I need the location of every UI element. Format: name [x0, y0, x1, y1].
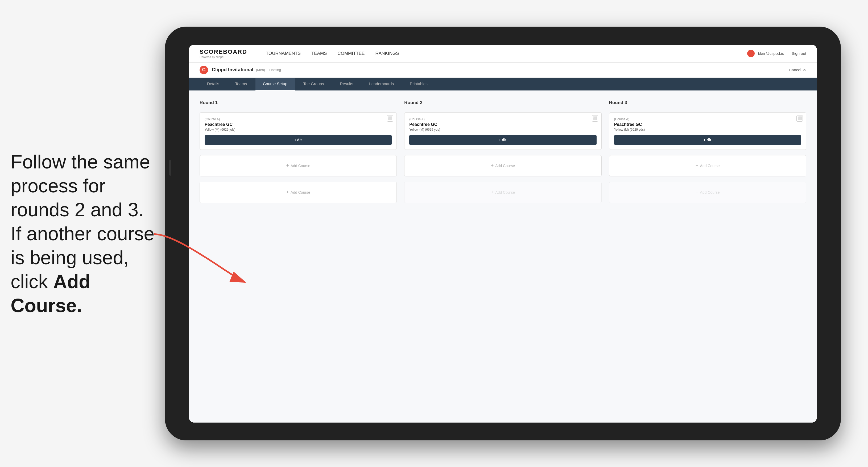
nav-teams[interactable]: TEAMS — [311, 51, 327, 56]
round-2-column: Round 2 ⬜ (Course A) Peachtree GC Yellow… — [404, 100, 601, 203]
instruction-line1: Follow the same — [11, 151, 150, 173]
round-2-add-course-label-1: Add Course — [495, 164, 515, 168]
round-1-add-course-label-2: Add Course — [290, 190, 310, 194]
rounds-grid: Round 1 ⬜ (Course A) Peachtree GC Yellow… — [199, 100, 806, 203]
close-icon: ✕ — [803, 68, 806, 72]
tab-course-setup[interactable]: Course Setup — [255, 78, 295, 91]
user-avatar — [747, 50, 755, 57]
cancel-button[interactable]: Cancel ✕ — [789, 68, 806, 72]
round-1-delete-icon[interactable]: ⬜ — [387, 115, 393, 122]
round-3-column: Round 3 ⬜ (Course A) Peachtree GC Yellow… — [609, 100, 806, 203]
round-2-edit-button[interactable]: Edit — [409, 135, 596, 145]
tab-bar: Details Teams Course Setup Tee Groups Re… — [189, 78, 817, 91]
round-2-delete-icon[interactable]: ⬜ — [592, 115, 598, 122]
main-content: Round 1 ⬜ (Course A) Peachtree GC Yellow… — [189, 91, 817, 423]
round-2-course-name: Peachtree GC — [409, 122, 596, 127]
sub-header: C Clippd Invitational (Men) Hosting Canc… — [189, 63, 817, 78]
round-2-course-label: (Course A) — [409, 117, 596, 121]
plus-icon-3: + — [491, 163, 494, 168]
plus-icon-2: + — [286, 189, 289, 195]
round-3-course-label: (Course A) — [614, 117, 801, 121]
tournament-icon: C — [199, 66, 208, 74]
instruction-line4: If another course — [11, 223, 154, 244]
instruction-line3: rounds 2 and 3. — [11, 199, 144, 220]
tournament-gender: (Men) — [256, 68, 265, 72]
round-3-course-name: Peachtree GC — [614, 122, 801, 127]
top-nav: SCOREBOARD Powered by clippd TOURNAMENTS… — [189, 45, 817, 63]
tournament-status: Hosting — [269, 68, 281, 72]
round-3-title: Round 3 — [609, 100, 806, 105]
round-3-add-course-label-2: Add Course — [700, 190, 720, 194]
logo-area: SCOREBOARD Powered by clippd — [199, 49, 247, 59]
tab-leaderboards[interactable]: Leaderboards — [362, 78, 401, 91]
instruction-text: Follow the same process for rounds 2 and… — [11, 150, 160, 317]
nav-links: TOURNAMENTS TEAMS COMMITTEE RANKINGS — [266, 51, 399, 56]
nav-right: blair@clippd.io | Sign out — [747, 50, 806, 57]
round-1-course-details: Yellow (M) (6629 yds) — [205, 128, 392, 131]
round-3-add-course-label-1: Add Course — [700, 164, 720, 168]
round-2-course-details: Yellow (M) (6629 yds) — [409, 128, 596, 131]
round-1-title: Round 1 — [199, 100, 397, 105]
round-1-add-course-2[interactable]: + Add Course — [199, 182, 397, 203]
page-wrapper: Follow the same process for rounds 2 and… — [0, 0, 868, 467]
round-1-course-name: Peachtree GC — [205, 122, 392, 127]
separator: | — [787, 51, 788, 56]
round-2-add-course-1[interactable]: + Add Course — [404, 155, 601, 177]
round-1-course-card: ⬜ (Course A) Peachtree GC Yellow (M) (66… — [199, 112, 397, 150]
plus-icon: + — [286, 163, 289, 168]
round-2-add-course-label-2: Add Course — [495, 190, 515, 194]
round-1-edit-button[interactable]: Edit — [205, 135, 392, 145]
nav-tournaments[interactable]: TOURNAMENTS — [266, 51, 301, 56]
side-button — [169, 160, 172, 176]
tab-results[interactable]: Results — [332, 78, 361, 91]
nav-committee[interactable]: COMMITTEE — [337, 51, 365, 56]
sign-out-link[interactable]: Sign out — [792, 51, 806, 56]
logo-sub: Powered by clippd — [199, 55, 247, 59]
plus-icon-5: + — [695, 163, 699, 168]
logo-text: SCOREBOARD — [199, 49, 247, 55]
plus-icon-6: + — [695, 189, 699, 195]
instruction-line6-normal: click — [11, 271, 53, 292]
nav-rankings[interactable]: RANKINGS — [375, 51, 399, 56]
tab-printables[interactable]: Printables — [402, 78, 435, 91]
cancel-label: Cancel — [789, 68, 801, 72]
tab-teams[interactable]: Teams — [228, 78, 254, 91]
instruction-line5: is being used, — [11, 247, 129, 268]
round-3-delete-icon[interactable]: ⬜ — [797, 115, 803, 122]
plus-icon-4: + — [491, 189, 494, 195]
round-1-add-course-1[interactable]: + Add Course — [199, 155, 397, 177]
tablet-screen: SCOREBOARD Powered by clippd TOURNAMENTS… — [189, 45, 817, 423]
round-3-course-card: ⬜ (Course A) Peachtree GC Yellow (M) (66… — [609, 112, 806, 150]
tab-details[interactable]: Details — [199, 78, 227, 91]
user-email: blair@clippd.io — [758, 51, 784, 56]
tablet-device: SCOREBOARD Powered by clippd TOURNAMENTS… — [165, 27, 841, 440]
round-2-add-course-2: + Add Course — [404, 182, 601, 203]
tab-tee-groups[interactable]: Tee Groups — [296, 78, 332, 91]
tournament-name: Clippd Invitational — [212, 67, 253, 73]
round-3-add-course-1[interactable]: + Add Course — [609, 155, 806, 177]
round-2-title: Round 2 — [404, 100, 601, 105]
round-2-course-card: ⬜ (Course A) Peachtree GC Yellow (M) (66… — [404, 112, 601, 150]
instruction-line2: process for — [11, 175, 105, 196]
round-3-add-course-2: + Add Course — [609, 182, 806, 203]
round-1-add-course-label-1: Add Course — [290, 164, 310, 168]
round-3-edit-button[interactable]: Edit — [614, 135, 801, 145]
round-1-course-label: (Course A) — [205, 117, 392, 121]
round-1-column: Round 1 ⬜ (Course A) Peachtree GC Yellow… — [199, 100, 397, 203]
round-3-course-details: Yellow (M) (6629 yds) — [614, 128, 801, 131]
